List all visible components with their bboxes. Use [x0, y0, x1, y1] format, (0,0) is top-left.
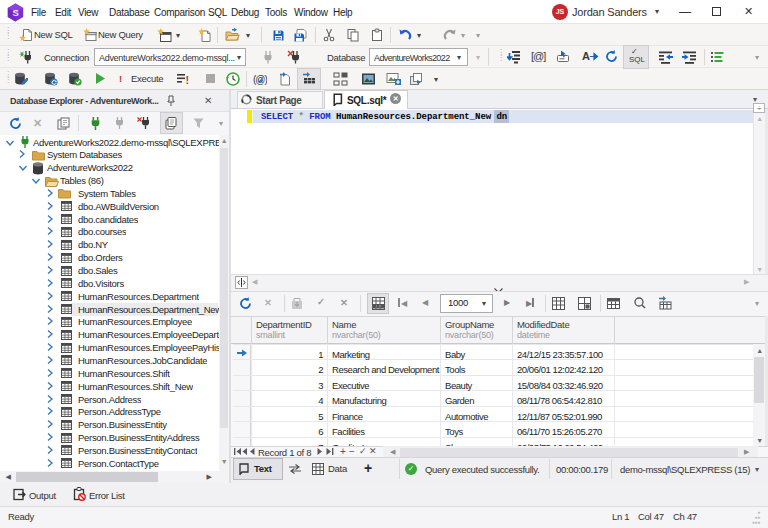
svg-text:S: S — [12, 7, 18, 18]
svg-text:!: ! — [186, 74, 189, 86]
